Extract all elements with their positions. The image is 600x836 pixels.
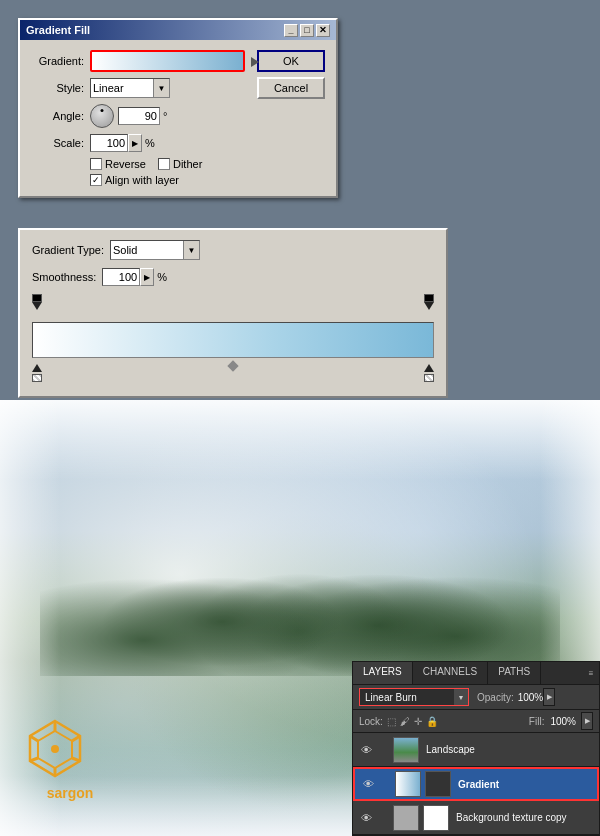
gradient-bar-container [32,294,434,382]
gradient-bar[interactable] [32,322,434,358]
align-checkbox[interactable]: Align with layer [90,174,179,186]
opacity-control: 100% ▶ [518,688,556,706]
lock-all-icon[interactable]: 🔒 [426,716,438,727]
dither-label: Dither [173,158,202,170]
layer-name-gradient: Gradient [458,779,591,790]
smoothness-label: Smoothness: [32,271,96,283]
top-stop-left[interactable] [32,294,42,310]
style-value: Linear [93,82,124,94]
layers-panel: LAYERS CHANNELS PATHS ≡ Linear Burn ▼ Op… [352,661,600,836]
blend-mode-value: Linear Burn [362,692,417,703]
opacity-stepper[interactable]: ▶ [543,688,555,706]
lock-move-icon[interactable]: ✛ [414,716,422,727]
bottom-stop-arrow-left [32,364,42,372]
reverse-checkbox-box[interactable] [90,158,102,170]
layer-name-landscape: Landscape [426,744,593,755]
fill-value: 100% [550,716,576,727]
bottom-stop-arrow-right [424,364,434,372]
checkbox-row-1: Reverse Dither [90,158,245,170]
ok-button[interactable]: OK [257,50,325,72]
gradient-type-label: Gradient Type: [32,244,104,256]
bottom-stop-box-left [32,374,42,382]
lock-row: Lock: ⬚ 🖌 ✛ 🔒 Fill: 100% ▶ [353,710,599,733]
align-row: Align with layer [90,174,245,186]
layer-mask-texture [423,805,449,831]
layer-row-texture[interactable]: 👁 Background texture copy [353,801,599,835]
cancel-button[interactable]: Cancel [257,77,325,99]
layer-eye-landscape[interactable]: 👁 [359,743,373,757]
bottom-stop-right[interactable] [424,364,434,382]
gradient-dropdown-arrow[interactable] [251,57,259,67]
stop-color-right [424,294,434,302]
tab-paths[interactable]: PATHS [488,662,541,684]
layer-row-landscape[interactable]: 👁 Landscape [353,733,599,767]
gradient-type-select[interactable]: Solid ▼ [110,240,200,260]
bottom-stops-row [32,360,434,382]
angle-label: Angle: [32,110,84,122]
trees-layer [40,496,560,676]
layer-thumb-landscape [393,737,419,763]
maximize-button[interactable]: □ [300,24,314,37]
style-label: Style: [32,82,84,94]
fill-label: Fill: [529,716,545,727]
smoothness-row: Smoothness: 100 ▶ % [32,268,434,286]
scale-stepper[interactable]: ▶ [128,134,142,152]
dither-checkbox-box[interactable] [158,158,170,170]
angle-input[interactable]: 90 [118,107,160,125]
smoothness-stepper[interactable]: ▶ [140,268,154,286]
style-select-arrow[interactable]: ▼ [153,79,169,97]
tab-layers[interactable]: LAYERS [353,662,413,684]
gradient-label: Gradient: [32,55,84,67]
scale-input[interactable]: 100 [90,134,128,152]
blend-mode-row: Linear Burn ▼ Opacity: 100% ▶ [353,685,599,710]
smoothness-percent: % [157,271,167,283]
layer-eye-gradient[interactable]: 👁 [361,777,375,791]
layer-mask-gradient [425,771,451,797]
layer-eye-texture[interactable]: 👁 [359,811,373,825]
align-checkbox-box[interactable] [90,174,102,186]
gradient-preview[interactable] [90,50,245,72]
tab-channels[interactable]: CHANNELS [413,662,488,684]
gradient-row: Gradient: [32,50,245,72]
layers-panel-menu[interactable]: ≡ [583,662,599,684]
lock-transparent-icon[interactable]: ⬚ [387,716,396,727]
midpoint-diamond[interactable] [227,360,238,371]
canvas-area: sargon LAYERS CHANNELS PATHS ≡ Linear Bu… [0,400,600,836]
svg-point-8 [51,745,59,753]
gradient-editor-panel: Gradient Type: Solid ▼ Smoothness: 100 ▶… [18,228,448,398]
layer-name-texture: Background texture copy [456,812,593,823]
lock-paint-icon[interactable]: 🖌 [400,716,410,727]
layer-thumb-gradient [395,771,421,797]
minimize-button[interactable]: _ [284,24,298,37]
bottom-stop-box-right [424,374,434,382]
logo-area: sargon [20,716,120,806]
fill-stepper[interactable]: ▶ [581,712,593,730]
angle-row: Angle: 90 ° [32,104,245,128]
degree-symbol: ° [163,110,167,122]
bottom-stop-left[interactable] [32,364,42,382]
layer-row-gradient[interactable]: 👁 Gradient [353,767,599,801]
dither-checkbox[interactable]: Dither [158,158,202,170]
gradient-type-arrow[interactable]: ▼ [183,241,199,259]
scale-percent: % [145,137,155,149]
top-stops-row [32,294,434,308]
smoothness-input[interactable]: 100 [102,268,140,286]
close-button[interactable]: ✕ [316,24,330,37]
stop-color-black [32,294,42,302]
blend-mode-select[interactable]: Linear Burn ▼ [359,688,469,706]
dialog-body: Gradient: Style: Linear ▼ Angle: [20,40,336,196]
angle-knob[interactable] [90,104,114,128]
style-row: Style: Linear ▼ [32,78,245,98]
top-stop-right[interactable] [424,294,434,310]
style-select[interactable]: Linear ▼ [90,78,170,98]
align-label: Align with layer [105,174,179,186]
white-wash-top [0,400,600,480]
lock-icons: ⬚ 🖌 ✛ 🔒 [387,716,438,727]
stop-arrow-left [32,302,42,310]
logo-text: sargon [20,785,120,801]
title-bar-buttons: _ □ ✕ [284,24,330,37]
blend-select-arrow[interactable]: ▼ [454,689,468,705]
reverse-checkbox[interactable]: Reverse [90,158,146,170]
stop-arrow-right [424,302,434,310]
opacity-label: Opacity: [477,692,514,703]
